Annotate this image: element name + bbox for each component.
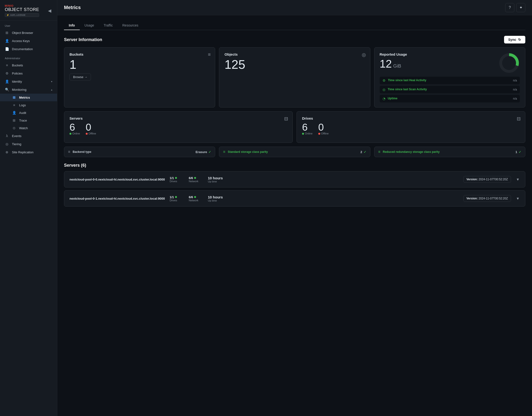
- buckets-card: Buckets ≡ 1 Browse →: [64, 47, 215, 107]
- backend-chip-icon: ≡: [68, 150, 70, 154]
- servers-section-title: Servers (6): [64, 163, 525, 168]
- sidebar-item-audit[interactable]: 👤 Audit: [0, 109, 57, 116]
- objects-card: Objects ◎ 125: [219, 47, 370, 107]
- sidebar-item-buckets[interactable]: ≡ Buckets: [0, 61, 57, 69]
- tab-resources[interactable]: Resources: [117, 21, 143, 30]
- buckets-card-icon: ≡: [208, 52, 211, 57]
- tabs-bar: Info Usage Traffic Resources: [64, 21, 525, 30]
- drives-offline-item: 0 Offline: [318, 122, 329, 135]
- server-version-badge-1: Version: 2024-11-07T00:52:20Z: [464, 195, 511, 202]
- backend-chip-value: Erasure ✓: [196, 150, 211, 154]
- standard-parity-value: 2 ✓: [360, 150, 366, 154]
- stat-cards-row-2: Servers ⊟ 6 Online 0 Offline: [64, 111, 525, 143]
- drives-online-item: 6 Online: [302, 122, 313, 135]
- server-0-drives-dot: [175, 177, 177, 179]
- servers-offline-dot: [86, 133, 88, 135]
- identity-chevron: ▾: [51, 80, 52, 83]
- reduced-parity-value: 1 ✓: [515, 150, 521, 154]
- backend-chip: ≡ Backend type Erasure ✓: [64, 147, 215, 157]
- drives-offline-dot: [318, 133, 320, 135]
- objects-label: Objects: [224, 52, 365, 56]
- info-chips-row: ≡ Backend type Erasure ✓ ≡ Standard stor…: [64, 147, 525, 157]
- sidebar: MINIO OBJECT STORE ⚡ AGPL LICENSE ◀ User…: [0, 0, 57, 416]
- server-1-network-dot: [194, 196, 196, 198]
- page-title: Metrics: [64, 5, 81, 10]
- server-expand-button-0[interactable]: ▾: [516, 176, 520, 183]
- watch-icon: ⊙: [12, 126, 16, 130]
- policies-icon: ⚙: [5, 71, 9, 75]
- audit-icon: 👤: [12, 111, 16, 115]
- buckets-icon: ≡: [5, 63, 9, 67]
- drives-values: 6 Online 0 Offline: [302, 122, 520, 135]
- scan-icon: ◎: [382, 88, 385, 92]
- sidebar-item-metrics[interactable]: ⊞ Metrics: [0, 94, 57, 101]
- stat-cards-row: Buckets ≡ 1 Browse → Objects ◎ 125 Repor…: [64, 47, 525, 107]
- objects-value: 125: [224, 58, 365, 71]
- sidebar-item-site-replication[interactable]: ⊕ Site Replication: [0, 148, 57, 156]
- servers-label: Servers: [69, 116, 287, 120]
- standard-parity-icon: ≡: [223, 150, 225, 154]
- uptime-item: ◔ Uptime n/a: [380, 95, 520, 103]
- admin-section-label: Administrator: [0, 53, 57, 61]
- drives-label: Drives: [302, 116, 520, 120]
- monitoring-chevron: ▴: [51, 88, 52, 91]
- tab-traffic[interactable]: Traffic: [99, 21, 117, 30]
- browse-button[interactable]: Browse →: [69, 74, 91, 80]
- tab-usage[interactable]: Usage: [80, 21, 99, 30]
- sidebar-item-policies[interactable]: ⚙ Policies: [0, 69, 57, 77]
- sidebar-item-logs[interactable]: ≡ Logs: [0, 101, 57, 109]
- servers-offline-item: 0 Offline: [86, 122, 96, 135]
- reduced-parity-icon: ≡: [378, 150, 380, 154]
- buckets-label: Buckets: [69, 52, 210, 56]
- server-row-0: nextcloud-pool-0-0.nextcloud-hl.nextclou…: [64, 171, 525, 188]
- sidebar-logo: MINIO OBJECT STORE ⚡ AGPL LICENSE ◀: [0, 0, 57, 20]
- servers-card: Servers ⊟ 6 Online 0 Offline: [64, 111, 293, 143]
- drives-card: Drives ⊟ 6 Online 0 Offline: [296, 111, 525, 143]
- server-uptime-1: 10 hours Up time: [208, 195, 223, 202]
- usage-card-top: Reported Usage 12 GiB: [380, 52, 520, 74]
- settings-button[interactable]: ✦: [516, 3, 525, 12]
- backend-check-icon: ✓: [209, 150, 211, 154]
- server-version-badge-0: Version: 2024-11-07T00:52:20Z: [464, 176, 511, 183]
- heal-icon: ⚙: [382, 79, 386, 82]
- object-browser-icon: ⊞: [5, 31, 9, 35]
- scan-activity-item: ◎ Time since last Scan Activity n/a: [380, 86, 520, 93]
- content-area: Info Usage Traffic Resources Server Info…: [57, 15, 532, 416]
- server-info-header: Server Information Sync ↻: [64, 36, 525, 43]
- sidebar-item-events[interactable]: λ Events: [0, 132, 57, 140]
- drives-online-dot: [302, 133, 304, 135]
- sync-icon: ↻: [518, 38, 521, 42]
- sidebar-item-monitoring[interactable]: 🔍 Monitoring ▴: [0, 85, 57, 94]
- sidebar-item-documentation[interactable]: 📄 Documentation: [0, 45, 57, 53]
- documentation-icon: 📄: [5, 47, 9, 51]
- sidebar-item-identity[interactable]: 👤 Identity ▾: [0, 77, 57, 85]
- events-icon: λ: [5, 134, 9, 138]
- sidebar-item-access-keys[interactable]: 👤 Access Keys: [0, 37, 57, 45]
- server-network-0: 6/6 Network: [189, 176, 203, 183]
- server-expand-button-1[interactable]: ▾: [516, 195, 520, 202]
- site-replication-icon: ⊕: [5, 150, 9, 154]
- sync-button[interactable]: Sync ↻: [504, 36, 525, 43]
- sidebar-item-trace[interactable]: ⊞ Trace: [0, 116, 57, 124]
- logs-icon: ≡: [12, 103, 16, 107]
- logo-mini: MINIO: [5, 4, 39, 7]
- server-name-1: nextcloud-pool-0-1.nextcloud-hl.nextclou…: [69, 197, 165, 200]
- server-uptime-0: 10 hours Up time: [208, 176, 223, 183]
- main-content: Metrics ? ✦ Info Usage Traffic Resources…: [57, 0, 532, 416]
- buckets-value: 1: [69, 58, 210, 71]
- server-name-0: nextcloud-pool-0-0.nextcloud-hl.nextclou…: [69, 178, 165, 181]
- server-row-1: nextcloud-pool-0-1.nextcloud-hl.nextclou…: [64, 190, 525, 207]
- sidebar-item-object-browser[interactable]: ⊞ Object Browser: [0, 29, 57, 37]
- reported-usage-label: Reported Usage: [380, 52, 407, 56]
- logo-badge: ⚡ AGPL LICENSE: [5, 13, 39, 17]
- reported-usage-value: 12 GiB: [380, 57, 407, 70]
- servers-values: 6 Online 0 Offline: [69, 122, 287, 135]
- help-button[interactable]: ?: [505, 3, 514, 12]
- collapse-sidebar-button[interactable]: ◀: [47, 7, 52, 14]
- objects-card-icon: ◎: [362, 52, 366, 57]
- sidebar-item-tiering[interactable]: ◎ Tiering: [0, 140, 57, 148]
- server-1-drives-dot: [175, 196, 177, 198]
- tab-info[interactable]: Info: [64, 21, 80, 30]
- heal-activity-item: ⚙ Time since last Heal Activity n/a: [380, 77, 520, 84]
- sidebar-item-watch[interactable]: ⊙ Watch: [0, 124, 57, 132]
